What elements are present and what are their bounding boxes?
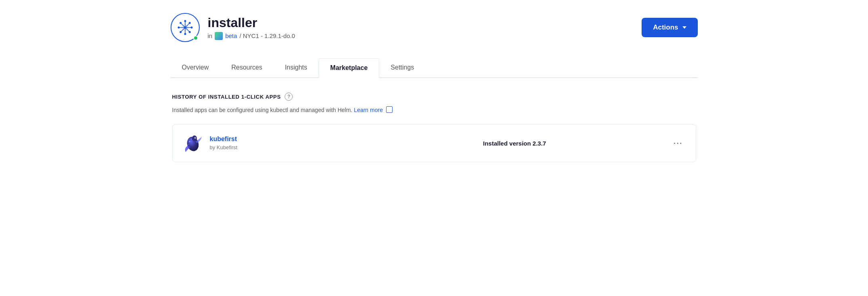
svg-point-12 (177, 27, 180, 29)
app-subtitle: in beta / NYC1 - 1.29.1-do.0 (208, 32, 295, 40)
app-name-link[interactable]: kubefirst (210, 135, 359, 143)
section-description: Installed apps can be configured using k… (172, 106, 696, 114)
app-card-by: by Kubefirst (210, 144, 238, 150)
section-title-row: HISTORY OF INSTALLED 1-CLICK APPS ? (172, 93, 696, 101)
marketplace-content: HISTORY OF INSTALLED 1-CLICK APPS ? Inst… (171, 93, 698, 162)
cluster-suffix: / NYC1 - 1.29.1-do.0 (239, 32, 295, 39)
app-name: installer (208, 15, 295, 30)
svg-point-19 (192, 135, 197, 141)
svg-point-15 (188, 31, 190, 33)
svg-point-14 (180, 22, 182, 24)
chevron-down-icon (682, 26, 686, 29)
app-card-info: kubefirst by Kubefirst (210, 135, 359, 151)
svg-point-10 (184, 20, 186, 22)
description-text: Installed apps can be configured using k… (172, 107, 353, 113)
svg-point-21 (195, 137, 196, 138)
svg-point-17 (180, 31, 182, 33)
help-icon[interactable]: ? (285, 93, 293, 101)
tab-marketplace[interactable]: Marketplace (319, 58, 380, 78)
tab-overview[interactable]: Overview (171, 58, 220, 78)
svg-point-16 (188, 22, 190, 24)
tab-resources[interactable]: Resources (220, 58, 273, 78)
app-card-kubefirst: kubefirst by Kubefirst Installed version… (172, 124, 696, 162)
external-link-icon (386, 106, 393, 113)
tabs-container: Overview Resources Insights Marketplace … (171, 58, 698, 78)
app-icon-wrapper (171, 13, 200, 42)
tabs-list: Overview Resources Insights Marketplace … (171, 58, 698, 77)
svg-point-13 (190, 27, 192, 29)
cluster-icon (215, 32, 223, 40)
status-indicator (193, 36, 198, 40)
app-title-group: installer in beta / NYC1 - 1.29.1-do.0 (208, 15, 295, 40)
kubernetes-icon (176, 19, 194, 36)
svg-point-22 (189, 141, 190, 142)
tab-insights[interactable]: Insights (274, 58, 319, 78)
header-left: installer in beta / NYC1 - 1.29.1-do.0 (171, 13, 295, 42)
section-title-text: HISTORY OF INSTALLED 1-CLICK APPS (172, 94, 281, 100)
tab-settings[interactable]: Settings (379, 58, 425, 78)
svg-point-11 (184, 33, 186, 35)
subtitle-prefix: in (208, 32, 213, 39)
actions-label: Actions (653, 23, 678, 32)
svg-point-23 (191, 139, 192, 140)
learn-more-link[interactable]: Learn more (354, 107, 383, 113)
app-card-version: Installed version 2.3.7 (365, 140, 664, 147)
cluster-link[interactable]: beta (225, 32, 237, 39)
svg-point-24 (188, 144, 189, 145)
more-options-button[interactable]: ··· (670, 137, 686, 150)
page-header: installer in beta / NYC1 - 1.29.1-do.0 A… (171, 13, 698, 42)
actions-button[interactable]: Actions (642, 18, 697, 37)
kubefirst-app-icon (182, 133, 203, 154)
